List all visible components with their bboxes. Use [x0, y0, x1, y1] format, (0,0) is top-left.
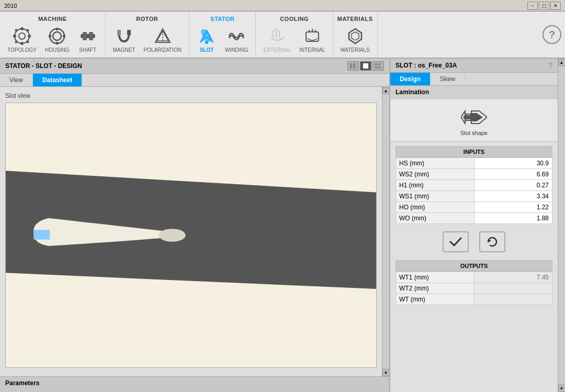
nav-item-materials[interactable]: MATERIALS [337, 25, 373, 54]
housing-label: HOUSING [45, 47, 70, 53]
left-panel-title: STATOR - SLOT - DESIGN [5, 62, 82, 70]
svg-rect-12 [56, 28, 58, 30]
svg-rect-36 [350, 63, 352, 69]
inputs-table: HS (mm) 30.9 WS2 (mm) 6.69 H1 (mm) 0.27 … [396, 158, 552, 224]
app-title: 2010 [4, 3, 17, 9]
svg-marker-49 [488, 239, 491, 242]
slot-shape-area[interactable]: Slot shape [390, 99, 558, 142]
nav-item-magnet[interactable]: MAGNET [110, 25, 139, 54]
left-tab-bar: View Datasheet [0, 74, 389, 87]
tab-datasheet[interactable]: Datasheet [33, 74, 82, 86]
svg-rect-13 [56, 42, 58, 44]
scroll-down-btn[interactable]: ▼ [382, 369, 390, 376]
right-tab-skew[interactable]: Skew [431, 73, 465, 85]
tab-view[interactable]: View [0, 74, 33, 86]
nav-group-machine: MACHINE TO [0, 12, 106, 58]
svg-rect-45 [33, 230, 50, 239]
nav-item-winding[interactable]: WINDING [222, 25, 251, 54]
svg-point-9 [26, 41, 29, 43]
slot-canvas [5, 103, 377, 368]
internal-cooling-icon [303, 27, 322, 46]
svg-rect-37 [353, 63, 355, 69]
nav-item-topology[interactable]: TOPOLOGY [4, 25, 40, 54]
output-value-wt1: 7.45 [474, 272, 552, 283]
nav-item-shaft[interactable]: SHAFT [75, 25, 101, 54]
right-tab-bar: Design Skew [390, 73, 558, 86]
right-scroll-down-btn[interactable]: ▼ [558, 385, 566, 392]
svg-point-11 [53, 32, 61, 40]
window-controls: – ▢ ✕ [527, 2, 561, 10]
polarization-icon [153, 27, 172, 46]
close-button[interactable]: ✕ [550, 2, 561, 10]
output-label-wt1: WT1 (mm) [396, 272, 474, 283]
help-button[interactable]: ? [539, 12, 565, 58]
slot-icon [197, 27, 216, 46]
nav-group-stator: STATOR SLOT [189, 12, 256, 58]
svg-marker-48 [463, 113, 483, 121]
left-panel-scrollbar[interactable]: ▲ ▼ [382, 87, 389, 376]
right-scroll-up-btn[interactable]: ▲ [558, 59, 566, 66]
external-label: EXTERNAL [263, 47, 291, 53]
view-toggle-group [347, 61, 384, 71]
right-panel-help[interactable]: ? [548, 61, 552, 70]
svg-point-4 [13, 35, 16, 38]
maximize-button[interactable]: ▢ [539, 2, 549, 10]
svg-marker-34 [349, 29, 361, 43]
input-value-hs[interactable]: 30.9 [474, 158, 552, 169]
output-label-wt2: WT2 (mm) [396, 283, 474, 294]
nav-item-external[interactable]: EXTERNAL [260, 25, 294, 54]
nav-item-housing[interactable]: HOUSING [42, 25, 73, 54]
nav-item-polarization[interactable]: POLARIZATION [140, 25, 185, 54]
input-row-ws2: WS2 (mm) 6.69 [396, 169, 552, 180]
nav-group-materials: MATERIALS MATERIALS [333, 12, 378, 58]
input-label-wo: WO (mm) [396, 213, 474, 224]
internal-label: INTERNAL [299, 47, 325, 53]
input-label-h1: H1 (mm) [396, 180, 474, 191]
right-tab-design[interactable]: Design [390, 73, 431, 85]
svg-point-8 [15, 41, 17, 43]
view-toggle-two-col[interactable] [347, 61, 359, 71]
nav-group-materials-items: MATERIALS [333, 24, 377, 55]
nav-item-slot[interactable]: SLOT [194, 25, 220, 54]
slot-shape-label: Slot shape [460, 130, 488, 136]
shaft-icon [78, 27, 97, 46]
slot-view-label: Slot view [5, 92, 377, 99]
input-value-wo[interactable]: 1.88 [474, 213, 552, 224]
view-toggle-single[interactable] [360, 61, 371, 71]
input-value-ws2[interactable]: 6.69 [474, 169, 552, 180]
view-toggle-grid[interactable] [372, 61, 384, 71]
reset-button[interactable] [479, 231, 505, 252]
input-row-ho: HO (mm) 1.22 [396, 202, 552, 213]
input-row-hs: HS (mm) 30.9 [396, 158, 552, 169]
lamination-title: Lamination [390, 86, 558, 99]
input-row-ws1: WS1 (mm) 3.34 [396, 191, 552, 202]
slot-svg [6, 103, 376, 367]
input-label-ws1: WS1 (mm) [396, 191, 474, 202]
winding-label: WINDING [225, 47, 248, 53]
input-value-ho[interactable]: 1.22 [474, 202, 552, 213]
left-panel: STATOR - SLOT - DESIGN View Datasheet Sl [0, 59, 390, 392]
minimize-button[interactable]: – [527, 2, 538, 10]
scroll-up-btn[interactable]: ▲ [382, 87, 390, 94]
left-panel-header: STATOR - SLOT - DESIGN [0, 59, 389, 74]
materials-label: MATERIALS [341, 47, 370, 53]
input-value-h1[interactable]: 0.27 [474, 180, 552, 191]
svg-rect-20 [127, 30, 131, 35]
svg-point-5 [28, 35, 31, 38]
svg-marker-35 [352, 32, 359, 40]
magnet-icon [115, 27, 133, 46]
input-value-ws1[interactable]: 3.34 [474, 191, 552, 202]
topology-icon [13, 27, 31, 46]
input-label-ws2: WS2 (mm) [396, 169, 474, 180]
winding-icon [227, 27, 246, 46]
topology-label: TOPOLOGY [7, 47, 37, 53]
output-row-wt2: WT2 (mm) [396, 283, 552, 294]
nav-group-machine-items: TOPOLOGY HOUSING [0, 24, 105, 55]
svg-rect-17 [83, 32, 87, 40]
nav-item-internal[interactable]: INTERNAL [296, 25, 328, 54]
right-panel-scrollbar[interactable]: ▲ ▼ [558, 59, 565, 392]
confirm-button[interactable] [443, 231, 469, 252]
outputs-table: WT1 (mm) 7.45 WT2 (mm) WT (mm) [396, 272, 552, 305]
housing-icon [48, 27, 66, 46]
main-content: STATOR - SLOT - DESIGN View Datasheet Sl [0, 59, 565, 392]
